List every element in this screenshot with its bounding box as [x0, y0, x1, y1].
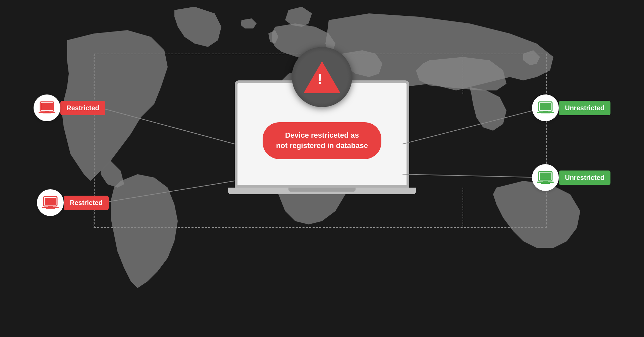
restricted-label-top-left: Restricted [60, 101, 105, 115]
central-laptop-container: Device restriceted as not registered in … [235, 80, 409, 221]
laptop: Device restriceted as not registered in … [235, 80, 409, 194]
svg-rect-19 [543, 181, 548, 182]
laptop-icon-green-bottom-right [537, 171, 554, 184]
device-icon-restricted-top-left [34, 94, 60, 121]
laptop-icon-green-top-right [537, 101, 554, 115]
svg-rect-7 [45, 198, 56, 205]
svg-rect-4 [45, 111, 49, 113]
badge-unrestricted-bottom-right: Unrestricted [532, 164, 610, 191]
alert-circle [292, 47, 352, 107]
warning-triangle-icon [304, 61, 340, 93]
laptop-icon-red-top-left [39, 101, 55, 115]
error-message-text: Device restriceted as [285, 131, 359, 139]
badge-restricted-bottom-left: Restricted [37, 189, 109, 216]
svg-rect-9 [48, 206, 53, 207]
laptop-icon-red-bottom-left [42, 196, 59, 209]
laptop-base [228, 188, 416, 194]
error-message-box: Device restriceted as not registered in … [263, 122, 381, 159]
unrestricted-label-top-right: Unrestricted [559, 101, 610, 115]
svg-rect-17 [540, 173, 551, 180]
restricted-label-bottom-left: Restricted [64, 196, 109, 210]
device-icon-unrestricted-top-right [532, 94, 559, 121]
main-scene: Device restriceted as not registered in … [0, 0, 644, 337]
svg-rect-2 [41, 103, 53, 110]
svg-rect-12 [540, 103, 551, 110]
device-icon-restricted-bottom-left [37, 189, 64, 216]
badge-unrestricted-top-right: Unrestricted [532, 94, 610, 121]
svg-rect-14 [543, 111, 548, 113]
error-message-text-2: not registered in database [276, 141, 368, 150]
device-icon-unrestricted-bottom-right [532, 164, 559, 191]
unrestricted-label-bottom-right: Unrestricted [559, 171, 610, 185]
badge-restricted-top-left: Restricted [34, 94, 105, 121]
